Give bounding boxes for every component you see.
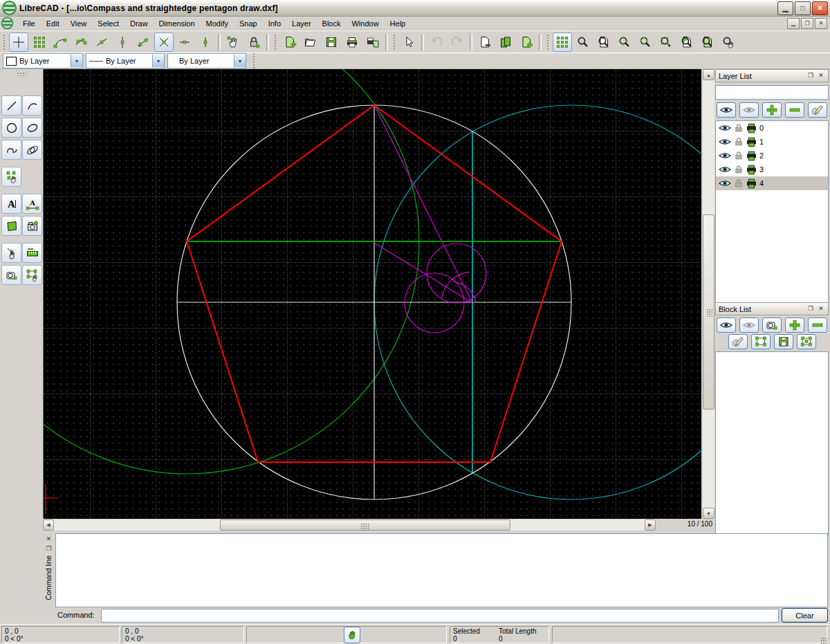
snap-grid-button[interactable] [30,33,49,52]
edit-block-attributes-button[interactable] [728,334,748,349]
layer-visible-icon[interactable] [718,176,732,190]
mdi-restore-button[interactable]: ❐ [801,18,813,29]
close-panel-icon[interactable]: ✕ [817,72,825,80]
layer-visible-icon[interactable] [718,121,732,135]
save-drawing-button[interactable] [322,33,341,52]
block-list-titlebar[interactable]: Block List ❐ ✕ [715,302,829,315]
scroll-down-icon[interactable]: ▼ [703,508,714,519]
tool-dimension-button[interactable]: A [22,194,42,214]
menu-modify[interactable]: Modify [201,18,234,29]
lock-relative-zero-button[interactable] [244,33,264,52]
menu-info[interactable]: Info [263,18,286,29]
snap-on-entity-button[interactable] [71,33,91,52]
float-panel-icon[interactable]: ❐ [806,305,815,313]
undo-button[interactable] [427,33,446,52]
zoom-in-button[interactable] [615,33,634,52]
document-plus-button[interactable] [517,33,536,52]
minimize-button[interactable]: ▁ [777,1,793,15]
close-button[interactable]: ✕ [812,1,828,15]
grab-hand-button[interactable] [344,627,360,643]
linetype-combobox[interactable]: By Layer ▼ [86,53,165,68]
zoom-auto-button[interactable] [656,33,676,52]
tool-points-button[interactable] [1,167,21,187]
close-command-dock-icon[interactable]: ✕ [44,534,53,543]
layer-print-icon[interactable] [746,150,757,162]
menu-dimension[interactable]: Dimension [154,18,201,29]
save-block-button[interactable] [774,334,793,349]
resize-grip[interactable] [820,637,828,644]
tool-modify-button[interactable] [1,243,21,263]
menu-block[interactable]: Block [317,18,347,29]
menu-file[interactable]: File [17,18,41,29]
toolbar-handle[interactable] [546,33,550,51]
menu-view[interactable]: View [65,18,93,29]
tool-line-button[interactable] [1,95,21,116]
snap-endpoints-button[interactable] [50,33,70,52]
layer-lock-icon[interactable] [734,164,744,175]
menu-draw[interactable]: Draw [124,18,154,29]
menu-help[interactable]: Help [385,18,412,29]
remove-layer-button[interactable] [785,102,804,118]
menu-layer[interactable]: Layer [286,18,317,29]
layer-print-icon[interactable] [746,178,757,190]
layer-lock-icon[interactable] [734,122,744,134]
layer-lock-icon[interactable] [734,178,744,189]
layer-visible-icon[interactable] [718,135,732,149]
layer-print-icon[interactable] [746,136,757,148]
zoom-redraw-button[interactable] [573,33,593,52]
toolbar-handle[interactable] [392,33,396,51]
mdi-minimize-button[interactable]: ▁ [787,18,800,29]
toolbar-handle[interactable] [273,33,277,51]
horizontal-scrollbar[interactable]: ◀ ▶ [43,519,656,531]
edit-block-button[interactable] [751,334,771,349]
layer-list-titlebar[interactable]: Layer List ❐ ✕ [715,69,829,82]
tool-hatch-button[interactable] [1,216,21,236]
print-drawing-button[interactable] [342,33,362,52]
selection-pointer-button[interactable] [399,33,418,52]
tool-circle-button[interactable] [1,118,21,138]
layer-row-0[interactable]: 0 [716,121,828,135]
document-minus-button[interactable] [475,33,495,52]
maximize-button[interactable]: □ [795,1,811,15]
snap-intersection-button[interactable] [154,33,174,52]
snap-center-button[interactable] [92,33,111,52]
tool-ellipse-button[interactable] [22,118,42,138]
menu-snap[interactable]: Snap [234,18,263,29]
print-preview-button[interactable] [363,33,382,52]
toolbar-handle[interactable] [2,33,6,51]
construction-circle-green[interactable] [44,69,419,474]
scroll-left-icon[interactable]: ◀ [43,519,54,531]
tool-block-button[interactable] [1,265,21,285]
tool-arc-button[interactable] [22,95,42,116]
scroll-up-icon[interactable]: ▲ [703,69,714,80]
layer-lock-icon[interactable] [734,150,744,161]
hide-all-layers-button[interactable] [739,102,759,118]
set-relative-zero-button[interactable] [223,33,243,52]
drawing-canvas[interactable] [43,69,701,519]
grid-toggle-button[interactable] [553,33,572,52]
zoom-window-button[interactable] [594,33,614,52]
zoom-page-button[interactable] [698,33,717,52]
command-input[interactable] [101,609,779,623]
toggle-block-visibility-button[interactable] [762,318,782,333]
layer-row-4[interactable]: 4 [716,176,828,190]
tool-text-button[interactable]: A [1,194,21,214]
vertical-scroll-thumb[interactable] [703,214,714,410]
scroll-right-icon[interactable]: ▶ [645,519,656,531]
layer-row-2[interactable]: 2 [716,149,828,163]
document-pair-button[interactable] [496,33,515,52]
create-block-button[interactable] [797,334,816,349]
layer-filter-input[interactable] [715,85,829,100]
add-layer-button[interactable] [762,102,782,118]
hide-all-blocks-button[interactable] [739,318,759,333]
layer-print-icon[interactable] [746,164,757,176]
add-block-button[interactable] [785,318,804,333]
tool-image-button[interactable] [22,216,42,236]
tool-measure-button[interactable] [22,243,42,263]
menu-select[interactable]: Select [92,18,124,29]
layer-print-icon[interactable] [746,122,757,134]
restrict-horizontal-button[interactable] [175,33,194,52]
open-drawing-button[interactable] [301,33,320,52]
tool-polyline-button[interactable] [1,140,21,160]
layer-visible-icon[interactable] [718,149,732,163]
